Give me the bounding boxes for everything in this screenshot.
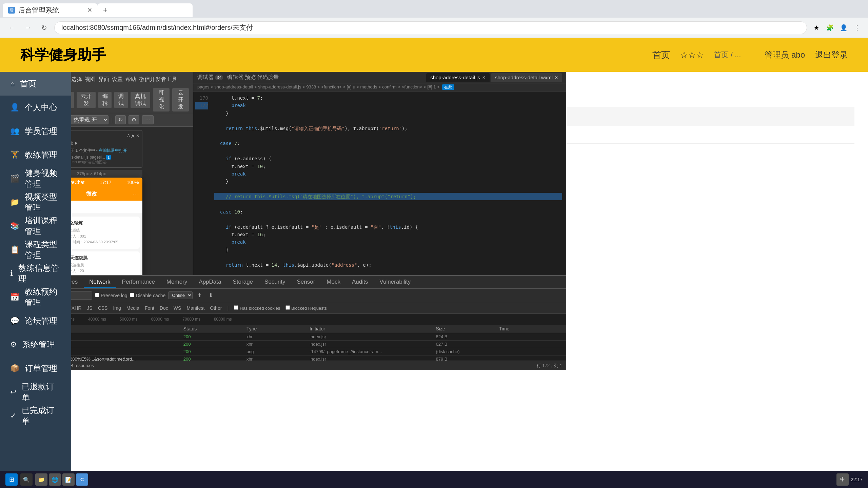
close-search-icon[interactable]: ✕ (136, 134, 139, 139)
blocked-cookies-label[interactable]: Has blocked cookies (234, 305, 280, 311)
filter-img[interactable]: Img (113, 305, 121, 311)
browser-tab[interactable]: 后 后台管理系统 ✕ (3, 3, 98, 17)
devtools-tab-performance[interactable]: Performance (117, 277, 160, 288)
taskbar-app-2[interactable]: 🌐 (49, 473, 61, 486)
search-taskbar-button[interactable]: 🔍 (20, 473, 33, 486)
filter-css[interactable]: CSS (98, 305, 108, 311)
blocked-requests-checkbox[interactable] (285, 305, 290, 310)
devtools-tab-sensor[interactable]: Sensor (291, 277, 320, 288)
devtools-tab-appdata[interactable]: AppData (193, 277, 226, 288)
hotreload-select[interactable]: 热重载 开 : (71, 115, 108, 124)
sidebar-item-appointments[interactable]: 📅 教练预约管理 (0, 285, 71, 309)
taskbar-app-3[interactable]: 📝 (62, 473, 75, 486)
menu-item-wechat-dev[interactable]: 微信开发者工具 (139, 76, 177, 83)
devtools-tab-security[interactable]: Security (259, 277, 291, 288)
blocked-cookies-checkbox[interactable] (234, 305, 238, 310)
col-header-initiator[interactable]: Initiator (310, 326, 436, 331)
filter-js[interactable]: JS (87, 305, 92, 311)
sidebar-item-videos[interactable]: 🎬 健身视频管理 (0, 167, 71, 190)
sidebar-item-coach-info[interactable]: ℹ 教练信息管理 (0, 262, 71, 285)
logout-button[interactable]: 退出登录 (815, 49, 848, 60)
more-sim-button[interactable]: ⋯ (142, 115, 154, 124)
code-quality-tab[interactable]: 代码质量 (257, 74, 279, 81)
network-row-2[interactable]: 1619797024308 200 xhr index.js↑ 627 B (71, 341, 566, 348)
sidebar-item-students[interactable]: 👥 学员管理 (0, 119, 71, 143)
text-size-large[interactable]: A (131, 134, 134, 139)
text-size-small[interactable]: A (127, 134, 130, 139)
reload-button[interactable]: ↻ (38, 22, 50, 34)
menu-item-help[interactable]: 帮助 (125, 76, 136, 83)
sidebar-item-orders[interactable]: 📦 订单管理 (0, 357, 71, 380)
open-in-editor-link[interactable]: 在编辑器中打开 (99, 148, 127, 153)
sidebar-item-coaches[interactable]: 🏋 教练管理 (0, 143, 71, 167)
devtools-tab-sources[interactable]: Sources (71, 277, 83, 288)
menu-item-view[interactable]: 视图 (85, 76, 96, 83)
phone-more-icon[interactable]: ⋯ (133, 190, 139, 198)
sidebar-item-refunded[interactable]: ↩ 已退款订单 (0, 380, 71, 404)
debugger-tab[interactable]: 调试器 (197, 74, 214, 81)
bookmark-icon[interactable]: ★ (811, 22, 822, 33)
menu-item-settings[interactable]: 设置 (112, 76, 123, 83)
cloud-dev-btn[interactable]: 云开发 (172, 88, 189, 111)
network-row-1[interactable]: session 200 xhr index.js↑ 824 B (71, 333, 566, 341)
forum-title-2[interactable]: 21天连腹肌 (71, 255, 118, 261)
refresh-sim-button[interactable]: ↻ (115, 115, 126, 124)
menu-item-select[interactable]: 选择 (71, 76, 82, 83)
settings-sim-button[interactable]: ⚙ (129, 115, 139, 124)
col-header-name[interactable]: Name (71, 326, 183, 331)
file-tab-detail-wxml[interactable]: shop-address-detail.wxml ✕ (491, 73, 562, 82)
file-tab-detail-js[interactable]: shop-address-detail.js ✕ (426, 73, 490, 82)
col-header-status[interactable]: Status (183, 326, 246, 331)
network-row-3[interactable]: shadow-grey.png 200 png -14799/_pagefram… (71, 348, 566, 355)
preserve-log-checkbox-label[interactable]: Preserve log (95, 293, 127, 298)
taskbar-input-indicator[interactable]: 中 (836, 473, 849, 486)
sidebar-item-system[interactable]: ⚙ 系统管理 (0, 333, 71, 357)
taskbar-app-1[interactable]: 📁 (35, 473, 47, 486)
start-button[interactable]: ⊞ (5, 473, 18, 486)
filter-other[interactable]: Other (210, 305, 222, 311)
network-row-4[interactable]: list?parentid=0&isdone=3%E5%BC%80%E5%...… (71, 355, 566, 361)
col-header-type[interactable]: Type (246, 326, 310, 331)
taskbar-chrome[interactable]: C (76, 473, 88, 486)
visualize-btn2[interactable]: 可视化 (153, 88, 170, 111)
menu-icon[interactable]: ⋮ (852, 22, 863, 33)
filter-font[interactable]: Font (145, 305, 154, 311)
filter-media[interactable]: Media (126, 305, 139, 311)
tree-item-file[interactable]: ▼ shop-address-detail.js pagesl... 1 (71, 155, 139, 160)
import-button[interactable]: ⬆ (195, 291, 204, 300)
editor-btn[interactable]: 编辑 (98, 92, 112, 108)
extension-icon[interactable]: 🧩 (825, 22, 835, 33)
new-tab-button[interactable]: + (98, 3, 193, 17)
devtools-tab-memory[interactable]: Memory (161, 277, 193, 288)
visualize-button[interactable]: 可视化 (71, 92, 74, 108)
col-header-size[interactable]: Size (436, 326, 499, 331)
back-button[interactable]: ← (5, 22, 18, 34)
file-tab-close2[interactable]: ✕ (555, 75, 558, 80)
disable-cache-checkbox-label[interactable]: Disable cache (130, 293, 165, 298)
export-button[interactable]: ⬇ (206, 291, 215, 300)
sidebar-item-home[interactable]: ⌂ 首页 (0, 72, 71, 96)
forward-button[interactable]: → (22, 22, 34, 34)
profile-icon[interactable]: 👤 (838, 22, 849, 33)
sidebar-item-course-types[interactable]: 📋 课程类型管理 (0, 238, 71, 262)
menu-item-interface[interactable]: 界面 (98, 76, 109, 83)
blocked-requests-label[interactable]: Blocked Requests (285, 305, 327, 311)
sidebar-item-completed[interactable]: ✓ 已完成订单 (0, 404, 71, 428)
preview-mode-tab[interactable]: 预览 (245, 74, 256, 81)
filter-xhr[interactable]: XHR (72, 305, 82, 311)
forum-title-1[interactable]: 怎么锻炼 (71, 220, 118, 226)
debug-btn[interactable]: 调试 (114, 92, 127, 108)
throttle-select[interactable]: Online (168, 291, 193, 299)
devtools-tab-storage[interactable]: Storage (228, 277, 259, 288)
sidebar-item-courses[interactable]: 📚 培训课程管理 (0, 214, 71, 238)
preserve-log-checkbox[interactable] (95, 293, 99, 297)
file-tab-close[interactable]: ✕ (482, 75, 486, 80)
filter-manifest[interactable]: Manifest (186, 305, 204, 311)
devtools-tab-network[interactable]: Network (84, 277, 116, 288)
sidebar-item-personal[interactable]: 👤 个人中心 (0, 96, 71, 119)
disable-cache-checkbox[interactable] (130, 293, 134, 297)
devtools-tab-audits[interactable]: Audits (347, 277, 373, 288)
col-header-time[interactable]: Time (499, 326, 562, 331)
cloud-button[interactable]: 云开发 (77, 92, 96, 108)
devtools-tab-vulnerability[interactable]: Vulnerability (374, 277, 416, 288)
